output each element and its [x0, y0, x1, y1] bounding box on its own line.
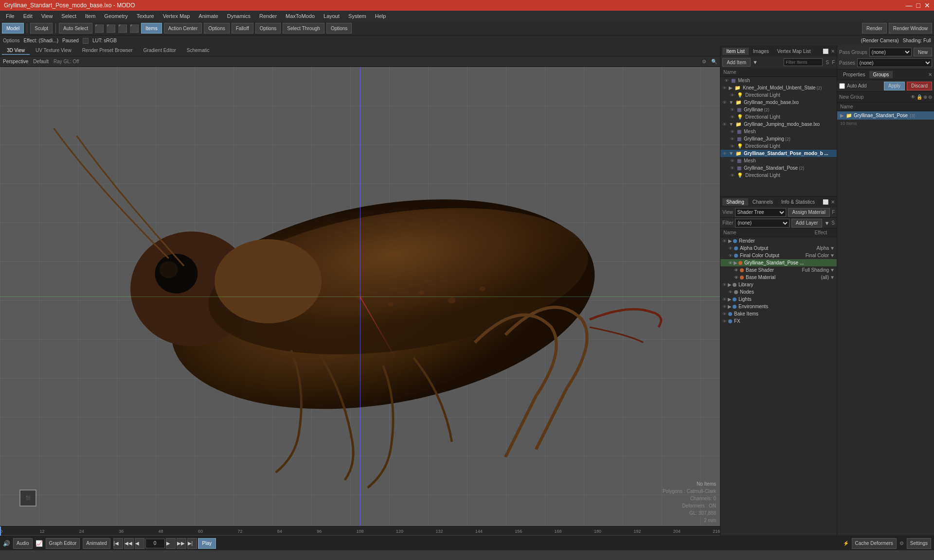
prev-frame-btn[interactable]: |◀: [113, 538, 123, 549]
default-label[interactable]: Default: [33, 59, 49, 64]
menu-help[interactable]: Help: [371, 12, 390, 20]
tab-schematic[interactable]: Schematic: [182, 47, 215, 55]
list-item[interactable]: 👁 ▦ Gryllinae_Jumping (2): [720, 135, 837, 142]
list-item[interactable]: 👁 ▦ Mesh: [720, 77, 837, 84]
item-list-expand-icon[interactable]: ⬜: [823, 49, 828, 54]
prev-key-btn[interactable]: ◀◀: [124, 538, 134, 549]
list-item[interactable]: 👁 ▦ Mesh: [720, 157, 837, 164]
tab-images[interactable]: Images: [749, 48, 773, 55]
tab-info-stats[interactable]: Info & Statistics: [777, 198, 819, 206]
menu-system[interactable]: System: [344, 12, 370, 20]
close-btn[interactable]: ✕: [924, 1, 930, 9]
cache-deformers-btn[interactable]: Cache Deformers: [852, 538, 897, 549]
tab-item-list[interactable]: Item List: [722, 48, 749, 55]
next-key-btn[interactable]: ▶▶: [177, 538, 186, 549]
add-layer-btn[interactable]: Add Layer: [791, 219, 823, 228]
list-item[interactable]: 👁 💡 Directional Light: [720, 172, 837, 179]
minimize-btn[interactable]: —: [906, 1, 913, 9]
audio-btn[interactable]: Audio: [13, 538, 33, 549]
menu-item[interactable]: Item: [81, 12, 99, 20]
passes-select[interactable]: (none): [857, 58, 932, 67]
list-item[interactable]: 👁 💡 Directional Light: [720, 142, 837, 150]
tab-3dview[interactable]: 3D View: [2, 47, 30, 55]
list-item[interactable]: 👁 💡 Directional Light: [720, 113, 837, 121]
group-item-selected[interactable]: ▶ 📁 Gryllinae_Standart_Pose (3): [837, 111, 934, 120]
list-item-selected[interactable]: 👁 ▼ 📁 Gryllinae_Standart_Pose_modo_b ...: [720, 150, 837, 157]
play-backward-btn[interactable]: ◀: [135, 538, 144, 549]
menu-edit[interactable]: Edit: [19, 12, 36, 20]
list-item[interactable]: 👁 💡 Directional Light: [720, 91, 837, 99]
shading-expand-icon[interactable]: ⬜: [823, 199, 828, 205]
menu-maxtomodo[interactable]: MaxToModo: [282, 12, 319, 20]
effect-dropdown[interactable]: ▼: [830, 245, 835, 251]
group-eye-icon[interactable]: 👁: [911, 94, 916, 100]
maximize-btn[interactable]: □: [916, 1, 920, 9]
shader-item-lights[interactable]: 👁 ▶ Lights: [720, 296, 837, 303]
shader-item-base-material[interactable]: 👁 Base Material (all) ▼: [720, 274, 837, 281]
viewport-canvas[interactable]: ⬛ No Items Polygons : Catmull-Clark Chan…: [0, 67, 720, 526]
shading-close-icon[interactable]: ✕: [831, 199, 835, 205]
select-through-btn[interactable]: Select Through: [283, 23, 324, 34]
list-item[interactable]: 👁 ▶ 📁 Knee_Joint_Model_Unbent_State (2): [720, 84, 837, 91]
menu-file[interactable]: File: [2, 12, 18, 20]
menu-dynamics[interactable]: Dynamics: [223, 12, 254, 20]
item-list-close-icon[interactable]: ✕: [831, 49, 835, 54]
menu-layout[interactable]: Layout: [320, 12, 343, 20]
menu-animate[interactable]: Animate: [195, 12, 222, 20]
menu-select[interactable]: Select: [57, 12, 80, 20]
props-close-icon[interactable]: ✕: [928, 72, 932, 77]
tab-uvtexture[interactable]: UV Texture View: [31, 47, 76, 55]
perspective-label[interactable]: Perspective: [3, 59, 28, 64]
action-center-btn[interactable]: Action Center: [164, 23, 202, 34]
shader-item-gryllinae[interactable]: 👁 ▶ Gryllinae_Standart_Pose ...: [720, 259, 837, 266]
list-item[interactable]: 👁 ▼ 📁 Gryllinae_Jumping_modo_base.lxo: [720, 121, 837, 128]
menu-view[interactable]: View: [37, 12, 57, 20]
assign-material-btn[interactable]: Assign Material: [788, 208, 830, 217]
sculpt-btn[interactable]: Sculpt: [30, 23, 53, 34]
view-select[interactable]: Shader Tree: [735, 208, 786, 217]
play-forward-btn[interactable]: ▶: [166, 538, 176, 549]
group-lock-icon[interactable]: 🔒: [916, 94, 922, 100]
tab-channels[interactable]: Channels: [749, 198, 777, 206]
apply-btn[interactable]: Apply: [884, 82, 905, 90]
tab-renderpreset[interactable]: Render Preset Browser: [77, 47, 138, 55]
group-plus-icon[interactable]: ⊕: [923, 94, 927, 100]
menu-geometry[interactable]: Geometry: [100, 12, 131, 20]
discard-btn[interactable]: Discard: [907, 82, 932, 90]
next-frame-btn[interactable]: ▶|: [187, 538, 197, 549]
falloff-btn[interactable]: Falloff: [232, 23, 253, 34]
render-window-btn[interactable]: Render Window: [889, 23, 932, 34]
effect-dropdown[interactable]: ▼: [830, 275, 835, 280]
shader-item-environments[interactable]: 👁 ▶ Environments: [720, 303, 837, 310]
add-item-arrow[interactable]: ▼: [753, 59, 758, 65]
effect-dropdown[interactable]: ▼: [830, 253, 835, 258]
list-item[interactable]: 👁 ▦ Gryllinae (2): [720, 106, 837, 113]
shader-item-bake[interactable]: 👁 Bake Items: [720, 310, 837, 317]
effect-dropdown[interactable]: ▼: [830, 267, 835, 273]
shader-item-alpha[interactable]: 👁 Alpha Output Alpha ▼: [720, 245, 837, 252]
menu-vertexmap[interactable]: Vertex Map: [159, 12, 194, 20]
tab-groups[interactable]: Groups: [869, 71, 893, 78]
play-btn[interactable]: Play: [198, 538, 216, 549]
shader-item-fx[interactable]: 👁 FX: [720, 317, 837, 325]
playhead[interactable]: [0, 526, 1, 536]
add-item-btn[interactable]: Add Item: [722, 58, 751, 67]
shader-item-nodes[interactable]: 👁 Nodes: [720, 288, 837, 296]
auto-add-checkbox[interactable]: [839, 83, 845, 89]
filter-items-input[interactable]: [784, 58, 823, 66]
list-item[interactable]: 👁 ▦ Mesh: [720, 128, 837, 135]
options-btn-1[interactable]: Options: [204, 23, 229, 34]
frame-input[interactable]: [145, 539, 165, 548]
shader-item-base-shader[interactable]: 👁 Base Shader Full Shading ▼: [720, 266, 837, 274]
new-pass-group-btn[interactable]: New: [914, 48, 932, 56]
tab-properties[interactable]: Properties: [839, 71, 869, 78]
filter-select[interactable]: (none): [735, 219, 790, 228]
graph-editor-btn[interactable]: Graph Editor: [46, 538, 80, 549]
add-layer-arrow[interactable]: ▼: [824, 220, 829, 226]
options-btn-2[interactable]: Options: [255, 23, 281, 34]
vp-search-icon[interactable]: 🔍: [711, 59, 717, 64]
options-btn-3[interactable]: Options: [326, 23, 352, 34]
group-minus-icon[interactable]: ⊖: [928, 94, 932, 100]
pass-groups-select[interactable]: (none): [869, 48, 912, 56]
shader-item-finalcolor[interactable]: 👁 Final Color Output Final Color ▼: [720, 252, 837, 259]
